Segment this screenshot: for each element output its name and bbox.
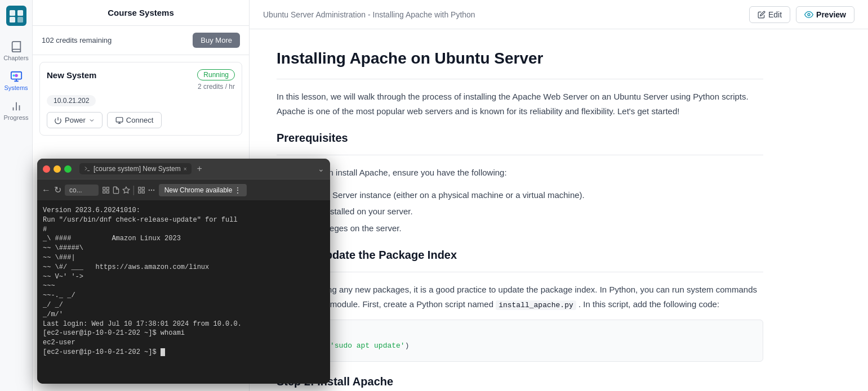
preview-label: Preview [816, 10, 846, 19]
svg-point-27 [149, 190, 149, 190]
new-tab-button[interactable]: + [197, 164, 202, 174]
svg-marker-20 [123, 187, 130, 193]
terminal-line: ~~ \###| [43, 253, 324, 263]
step1-paragraph: Before installing any new packages, it i… [277, 282, 763, 312]
step1-inline2: install_apache.py [496, 300, 576, 310]
grid-icon[interactable] [137, 186, 145, 194]
browser-toolbar: ← ↻ co... | [37, 179, 330, 200]
system-actions: Power Connect [47, 112, 235, 128]
power-icon [54, 116, 62, 124]
terminal-minimize-button[interactable] [54, 165, 61, 173]
svg-rect-2 [17, 10, 23, 16]
sidebar-panel: Course Systems 102 credits remaining Buy… [33, 0, 250, 391]
preview-button[interactable]: Preview [796, 6, 854, 23]
eye-icon [804, 10, 813, 19]
system-card-header: New System Running [47, 69, 235, 80]
divider [277, 272, 763, 272]
chevron-down-icon [88, 117, 95, 124]
more-options-icon[interactable] [148, 186, 155, 194]
terminal-line: _/m/' [43, 310, 324, 320]
edit-button[interactable]: Edit [749, 6, 790, 23]
chart-icon [10, 100, 23, 113]
app-logo [6, 6, 26, 26]
terminal-line: _\ #### Amazon Linux 2023 [43, 234, 324, 244]
terminal-content[interactable]: Version 2023.6.20241010: Run "/usr/bin/d… [37, 200, 330, 384]
list-item: Sudo privileges on the server. [290, 221, 763, 236]
svg-rect-22 [142, 187, 144, 189]
svg-rect-3 [10, 17, 15, 23]
step1-heading: Step 1: Update the Package Index [277, 249, 763, 262]
credits-rate: 2 credits / hr [47, 83, 235, 91]
prerequisites-list: An Ubuntu Server instance (either on a p… [277, 188, 763, 236]
browser-icons: | [102, 184, 155, 196]
article-title: Installing Apache on Ubuntu Server [277, 50, 763, 68]
terminal-window: [course system] New System × + ⌄ ← ↻ co.… [37, 159, 330, 384]
code-line-2: os.system('sudo apt update') [286, 340, 754, 352]
new-chrome-button[interactable]: New Chrome available ⋮ [159, 184, 247, 196]
new-chrome-label: New Chrome available [164, 186, 233, 194]
edit-label: Edit [768, 10, 782, 19]
svg-rect-4 [17, 17, 23, 23]
left-navigation: Chapters Systems Progress [0, 0, 33, 391]
running-badge: Running [197, 69, 235, 80]
file-icon[interactable] [112, 186, 120, 194]
terminal-line: ~~ \#####\ [43, 244, 324, 253]
terminal-line: ~~-._ _/ [43, 291, 324, 300]
systems-label: Systems [4, 84, 28, 91]
svg-rect-24 [138, 191, 140, 193]
sidebar-title: Course Systems [33, 0, 249, 26]
step1-text-2: module. First, create a Python script na… [330, 299, 493, 309]
power-button[interactable]: Power [47, 112, 103, 128]
svg-point-26 [153, 190, 154, 190]
terminal-line: Version 2023.6.20241010: [43, 206, 324, 215]
apps-icon[interactable] [102, 186, 110, 194]
terminal-line: # [43, 225, 324, 235]
monitor-icon [115, 116, 123, 124]
header-actions: Edit Preview [749, 6, 854, 23]
star-icon[interactable] [122, 186, 130, 194]
code-line-1: import os [286, 329, 754, 341]
code-string: 'sudo apt update' [330, 341, 405, 350]
divider [277, 79, 763, 79]
system-name: New System [47, 70, 96, 80]
ip-address: 10.0.21.202 [47, 95, 96, 106]
prerequisites-heading: Prerequisites [277, 132, 763, 145]
buy-more-button[interactable]: Buy More [193, 33, 240, 48]
terminal-line: ~~ V~' '-> [43, 272, 324, 282]
terminal-tab[interactable]: [course system] New System × [79, 163, 192, 174]
svg-rect-19 [103, 191, 105, 193]
list-item: Python3 installed on your server. [290, 204, 763, 219]
sidebar-item-progress[interactable]: Progress [0, 96, 32, 125]
systems-icon [10, 70, 23, 83]
address-bar[interactable]: co... [65, 185, 99, 196]
main-content: Ubuntu Server Administration - Installin… [250, 0, 868, 391]
svg-point-6 [15, 74, 18, 77]
terminal-chevron-icon: ⌄ [318, 164, 324, 173]
connect-button[interactable]: Connect [107, 112, 162, 128]
system-card: New System Running 2 credits / hr 10.0.2… [39, 62, 242, 136]
terminal-line: Run "/usr/bin/dnf check-release-update" … [43, 215, 324, 225]
terminal-line: ~~ \#/ ___ https://aws.amazon.com/linux [43, 263, 324, 272]
terminal-tab-label: [course system] New System [94, 165, 181, 173]
terminal-maximize-button[interactable] [64, 165, 72, 173]
article-content: Installing Apache on Ubuntu Server In th… [250, 29, 790, 391]
power-label: Power [65, 116, 86, 124]
svg-point-28 [808, 14, 810, 16]
main-header: Ubuntu Server Administration - Installin… [250, 0, 868, 29]
reload-button[interactable]: ↻ [54, 185, 61, 195]
terminal-titlebar: [course system] New System × + ⌄ [37, 159, 330, 179]
credits-remaining: 102 credits remaining [42, 36, 112, 44]
sidebar-item-chapters[interactable]: Chapters [0, 36, 32, 66]
code-line2-suffix: ) [405, 341, 409, 350]
svg-rect-17 [106, 187, 109, 189]
svg-point-7 [12, 74, 15, 77]
svg-point-25 [151, 190, 152, 190]
terminal-tab-close[interactable]: × [184, 166, 187, 172]
svg-rect-23 [142, 191, 144, 193]
terminal-line: ~~~ [43, 281, 324, 291]
terminal-close-button[interactable] [43, 165, 50, 173]
sidebar-item-systems[interactable]: Systems [0, 66, 32, 96]
code-block: import os os.system('sudo apt update') [277, 320, 763, 362]
svg-rect-0 [6, 6, 26, 26]
back-button[interactable]: ← [42, 185, 51, 195]
